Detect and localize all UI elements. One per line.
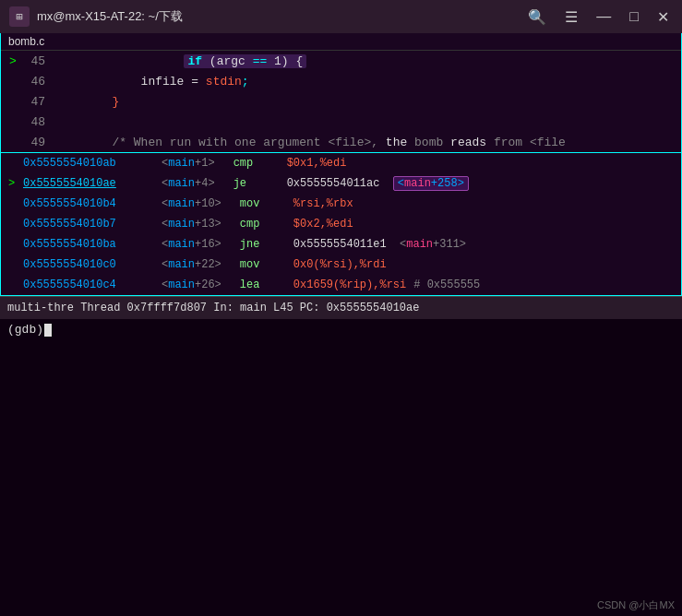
app-icon: ⊞: [9, 6, 30, 27]
close-button[interactable]: ✕: [653, 6, 673, 28]
disasm-line-5: 0x5555554010ba <main+16> jne 0x555555401…: [1, 234, 681, 255]
disasm-func-6: main: [168, 258, 195, 271]
titlebar-left: ⊞ mx@mx-X15-AT-22: ~/下载: [9, 6, 183, 27]
code-line-47: 47 }: [1, 91, 681, 112]
disasm-func-1: main: [168, 157, 195, 170]
disasm-addr-1: 0x5555554010ab: [23, 157, 162, 170]
titlebar: ⊞ mx@mx-X15-AT-22: ~/下载 🔍 ☰ — □ ✕: [0, 0, 682, 33]
watermark: CSDN @小白MX: [597, 598, 675, 612]
line-num-48: 48: [21, 115, 54, 129]
disasm-op1-2: 0x5555554011ac: [287, 177, 393, 190]
disasm-line-1: 0x5555554010ab <main+1> cmp $0x1,%edi: [1, 153, 681, 173]
line-num-45: 45: [21, 54, 54, 68]
code-line-46: 46 infile = stdin;: [1, 71, 681, 91]
maximize-button[interactable]: □: [626, 6, 642, 27]
disasm-op1-6: 0x0(%rsi),%rdi: [293, 258, 387, 271]
disasm-op2-2: <main+258>: [393, 176, 469, 191]
disasm-addr-4: 0x5555554010b7: [23, 218, 162, 231]
main-container: bomb.c > 45 if (argc == 1) { 46 infile =…: [0, 33, 682, 616]
disasm-func-open-3: <: [162, 197, 168, 210]
disasm-func-close-5: +16>: [195, 238, 221, 251]
disasm-instr-7: lea: [240, 278, 286, 291]
terminal-content: (gdb): [0, 319, 682, 340]
titlebar-controls: 🔍 ☰ — □ ✕: [524, 6, 673, 28]
disasm-func-4: main: [168, 218, 195, 231]
code-line-49: 49 /* When run with one argument <file>,…: [1, 132, 681, 152]
disasm-func-7: main: [168, 278, 195, 291]
disasm-func-5: main: [168, 238, 195, 251]
line-num-47: 47: [21, 95, 54, 109]
disasm-func-close-1: +1>: [195, 157, 215, 170]
disasm-op1-3: %rsi,%rbx: [293, 197, 353, 210]
line-code-49: /* When run with one argument <file>, th…: [54, 136, 566, 149]
disasm-line-4: 0x5555554010b7 <main+13> cmp $0x2,%edi: [1, 214, 681, 234]
disasm-instr-5: jne: [240, 238, 286, 251]
menu-button[interactable]: ☰: [561, 6, 581, 28]
disasm-func-open-1: <: [162, 157, 168, 170]
disasm-op1-4: $0x2,%edi: [293, 218, 353, 231]
disasm-op1-1: $0x1,%edi: [287, 157, 347, 170]
minimize-button[interactable]: —: [592, 6, 615, 27]
disasm-op1-7: 0x1659(%rip),%rsi: [293, 278, 406, 291]
disasm-func-close-6: +22>: [195, 258, 221, 271]
line-code-47: }: [54, 95, 119, 109]
line-arrow-45: >: [5, 54, 21, 68]
disasm-instr-2: je: [233, 177, 280, 190]
gdb-prompt[interactable]: (gdb): [7, 323, 675, 337]
line-num-49: 49: [21, 136, 54, 149]
editor-area: bomb.c > 45 if (argc == 1) { 46 infile =…: [0, 33, 682, 153]
code-line-48: 48: [1, 112, 681, 132]
editor-filename: bomb.c: [1, 33, 681, 51]
disasm-addr-5: 0x5555554010ba: [23, 238, 162, 251]
disasm-arrow-2: >: [8, 177, 23, 190]
terminal-statusbar: multi-thre Thread 0x7ffff7d807 In: main …: [0, 297, 682, 319]
code-line-45: > 45 if (argc == 1) {: [1, 51, 681, 71]
gdb-cursor: [44, 324, 52, 337]
disasm-func-open-7: <: [162, 278, 168, 291]
disasm-instr-3: mov: [240, 197, 286, 210]
disasm-instr-6: mov: [240, 258, 286, 271]
disasm-func-open-4: <: [162, 218, 168, 231]
disasm-addr-3: 0x5555554010b4: [23, 197, 162, 210]
disasm-line-3: 0x5555554010b4 <main+10> mov %rsi,%rbx: [1, 194, 681, 214]
terminal-area[interactable]: multi-thre Thread 0x7ffff7d807 In: main …: [0, 296, 682, 616]
disasm-line-7: 0x5555554010c4 <main+26> lea 0x1659(%rip…: [1, 275, 681, 295]
disasm-func-close-4: +13>: [195, 218, 221, 231]
editor-content: > 45 if (argc == 1) { 46 infile = stdin;…: [1, 51, 681, 152]
search-button[interactable]: 🔍: [524, 6, 550, 28]
disasm-func-close-7: +26>: [195, 278, 221, 291]
disasm-comment-7: # 0x555555: [413, 278, 480, 291]
disasm-addr-7: 0x5555554010c4: [23, 278, 162, 291]
disasm-addr-6: 0x5555554010c0: [23, 258, 162, 271]
window-title: mx@mx-X15-AT-22: ~/下载: [37, 8, 183, 25]
disasm-func-open-2: <: [162, 177, 168, 190]
disasm-area: 0x5555554010ab <main+1> cmp $0x1,%edi > …: [0, 153, 682, 296]
disasm-line-6: 0x5555554010c0 <main+22> mov 0x0(%rsi),%…: [1, 255, 681, 275]
line-code-46: infile = stdin;: [54, 75, 249, 89]
terminal-status-text: multi-thre Thread 0x7ffff7d807 In: main …: [7, 302, 419, 314]
disasm-func-close-2: +4>: [195, 177, 215, 190]
disasm-func-open-6: <: [162, 258, 168, 271]
gdb-prompt-text: (gdb): [7, 323, 43, 337]
disasm-func-3: main: [168, 197, 195, 210]
disasm-func-2: main: [168, 177, 195, 190]
disasm-instr-1: cmp: [233, 157, 280, 170]
line-num-46: 46: [21, 75, 54, 89]
disasm-line-2: > 0x5555554010ae <main+4> je 0x555555401…: [1, 173, 681, 194]
disasm-instr-4: cmp: [240, 218, 286, 231]
disasm-func-open-5: <: [162, 238, 168, 251]
disasm-func-close-3: +10>: [195, 197, 221, 210]
disasm-addr-2: 0x5555554010ae: [23, 177, 162, 190]
disasm-op1-5: 0x5555554011e1: [293, 238, 400, 251]
